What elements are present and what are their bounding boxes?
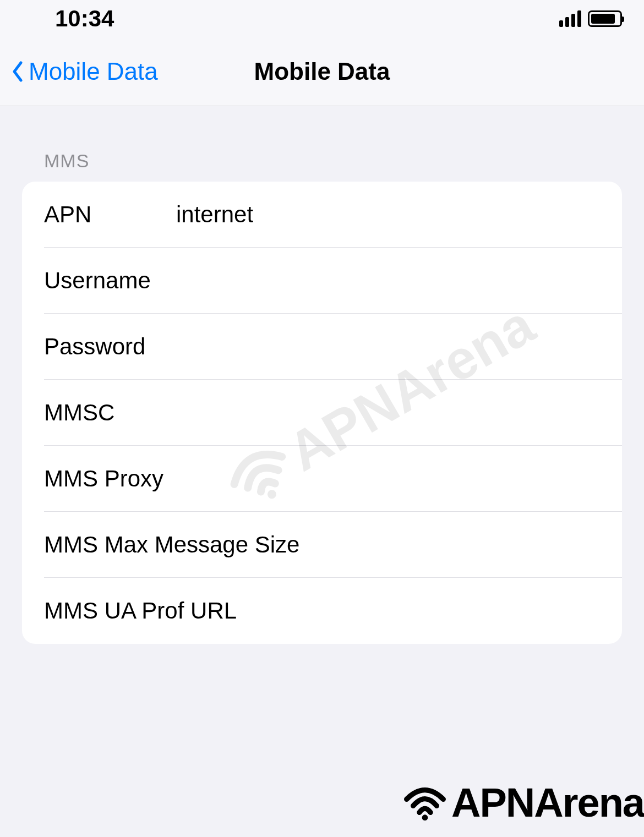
row-mms-proxy[interactable]: MMS Proxy bbox=[22, 446, 622, 512]
settings-group-mms: APN Username Password MMSC MMS Proxy MMS… bbox=[22, 182, 622, 644]
status-right bbox=[559, 10, 622, 27]
status-bar: 10:34 bbox=[0, 0, 644, 37]
row-username[interactable]: Username bbox=[22, 248, 622, 314]
section-header-mms: MMS bbox=[22, 150, 622, 172]
signal-icon bbox=[559, 10, 581, 27]
row-label-username: Username bbox=[44, 267, 176, 294]
back-label: Mobile Data bbox=[29, 58, 158, 85]
row-label-apn: APN bbox=[44, 201, 176, 228]
apn-input[interactable] bbox=[176, 201, 600, 228]
mms-max-size-input[interactable] bbox=[299, 532, 600, 558]
password-input[interactable] bbox=[176, 333, 600, 360]
content: MMS APN Username Password MMSC MMS Proxy… bbox=[0, 106, 644, 644]
status-time: 10:34 bbox=[55, 6, 114, 32]
row-label-mms-ua-prof: MMS UA Prof URL bbox=[44, 598, 237, 624]
row-label-mmsc: MMSC bbox=[44, 400, 176, 426]
row-label-password: Password bbox=[44, 333, 176, 360]
page-title: Mobile Data bbox=[254, 58, 390, 85]
username-input[interactable] bbox=[176, 267, 600, 294]
battery-icon bbox=[588, 10, 622, 27]
back-button[interactable]: Mobile Data bbox=[0, 58, 158, 85]
row-mmsc[interactable]: MMSC bbox=[22, 380, 622, 446]
mms-ua-prof-input[interactable] bbox=[237, 598, 600, 624]
mmsc-input[interactable] bbox=[176, 400, 600, 426]
mms-proxy-input[interactable] bbox=[176, 466, 600, 492]
row-label-mms-proxy: MMS Proxy bbox=[44, 466, 176, 492]
row-apn[interactable]: APN bbox=[22, 182, 622, 248]
row-password[interactable]: Password bbox=[22, 314, 622, 380]
navigation-bar: Mobile Data Mobile Data bbox=[0, 37, 644, 106]
chevron-left-icon bbox=[11, 61, 23, 83]
row-mms-ua-prof-url[interactable]: MMS UA Prof URL bbox=[22, 578, 622, 644]
watermark-bottom: APNArena bbox=[403, 779, 644, 826]
row-mms-max-message-size[interactable]: MMS Max Message Size bbox=[22, 512, 622, 578]
wifi-icon bbox=[403, 781, 447, 825]
row-label-mms-max-size: MMS Max Message Size bbox=[44, 532, 299, 558]
watermark-text: APNArena bbox=[451, 779, 644, 826]
svg-point-1 bbox=[422, 814, 428, 820]
